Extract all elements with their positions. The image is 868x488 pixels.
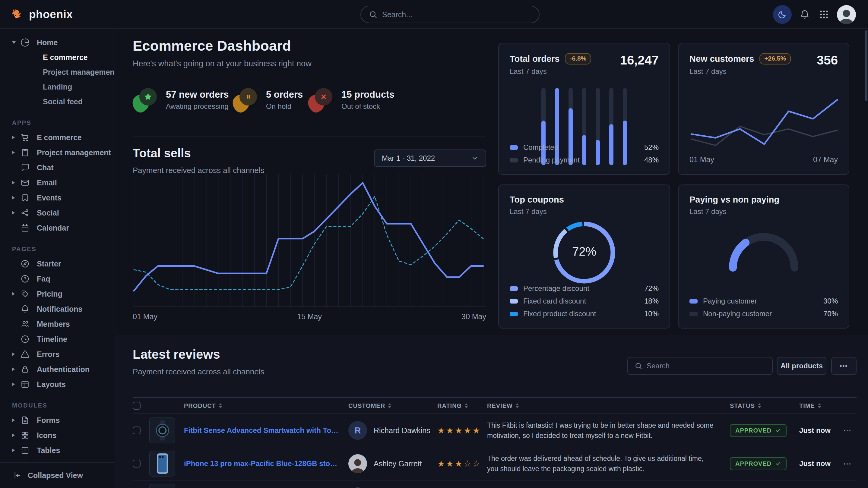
x-label-mid: 15 May bbox=[297, 312, 322, 321]
caret-right-icon bbox=[12, 433, 21, 437]
sidebar-item-chat[interactable]: Chat bbox=[0, 160, 115, 175]
column-header-rating[interactable]: RATING bbox=[437, 402, 487, 409]
user-avatar[interactable] bbox=[837, 5, 856, 24]
product-link[interactable]: iPhone 13 pro max-Pacific Blue-128GB sto… bbox=[184, 459, 348, 468]
sidebar-item-events[interactable]: Events bbox=[0, 190, 115, 205]
users-icon bbox=[21, 320, 30, 329]
search-input[interactable] bbox=[382, 10, 531, 19]
row-menu-button[interactable]: ⋯ bbox=[843, 459, 857, 469]
date-range-select[interactable]: Mar 1 - 31, 2022 bbox=[374, 150, 486, 167]
sidebar-item-timeline[interactable]: Timeline bbox=[0, 331, 115, 347]
pie-chart-icon bbox=[21, 38, 30, 47]
sidebar-item-starter[interactable]: Starter bbox=[0, 256, 115, 271]
column-header-time[interactable]: TIME bbox=[799, 402, 843, 409]
sidebar-item-calendar[interactable]: Calendar bbox=[0, 220, 115, 235]
product-link[interactable]: Fitbit Sense Advanced Smartwatch with To… bbox=[184, 426, 348, 435]
tag-icon bbox=[21, 289, 30, 298]
reviews-search[interactable] bbox=[627, 357, 773, 375]
product-image[interactable] bbox=[149, 451, 175, 477]
reviews-search-input[interactable] bbox=[647, 362, 766, 370]
global-search[interactable] bbox=[361, 6, 539, 23]
brand-logo[interactable]: phoenix bbox=[11, 0, 73, 29]
donut-center-label: 72% bbox=[572, 245, 596, 258]
share-icon bbox=[21, 208, 30, 217]
sidebar-item-label: Authentication bbox=[37, 365, 90, 374]
coupons-legend-fixed-card-discount: Fixed card discount18% bbox=[510, 295, 659, 307]
product-image[interactable] bbox=[149, 418, 175, 444]
row-checkbox[interactable] bbox=[133, 460, 141, 467]
column-header-product[interactable]: PRODUCT bbox=[184, 402, 348, 409]
notifications-button[interactable] bbox=[798, 8, 811, 21]
card-subtitle: Last 7 days bbox=[510, 207, 659, 216]
paying-gauge-chart bbox=[724, 228, 803, 273]
customer-avatar[interactable]: R bbox=[348, 421, 367, 440]
bell-icon bbox=[800, 9, 810, 20]
phoenix-flame-icon bbox=[11, 7, 25, 22]
customer-avatar[interactable] bbox=[348, 454, 367, 473]
sidebar-subitem-social-feed[interactable]: Social feed bbox=[0, 94, 115, 109]
select-all-checkbox[interactable] bbox=[133, 402, 141, 410]
collapse-sidebar-button[interactable]: Collapsed View bbox=[0, 462, 115, 488]
column-header-review[interactable]: REVIEW bbox=[487, 402, 730, 409]
collapse-icon bbox=[13, 471, 22, 480]
all-products-filter-button[interactable]: All products bbox=[777, 357, 826, 375]
row-checkbox[interactable] bbox=[133, 426, 141, 434]
x-label-end: 30 May bbox=[461, 312, 486, 321]
search-icon bbox=[634, 362, 642, 370]
sidebar-item-label: Chat bbox=[37, 163, 54, 172]
theme-toggle-button[interactable] bbox=[773, 5, 792, 24]
card-title: Paying vs non paying bbox=[689, 195, 838, 205]
brand-name: phoenix bbox=[29, 8, 73, 21]
caret-right-icon bbox=[12, 196, 21, 199]
sidebar-item-members[interactable]: Members bbox=[0, 317, 115, 331]
sidebar-item-forms[interactable]: Forms bbox=[0, 413, 115, 428]
page-title: Ecommerce Dashboard bbox=[133, 37, 291, 54]
latest-reviews-title: Latest reviews bbox=[133, 347, 220, 362]
sidebar-item-pricing[interactable]: Pricing bbox=[0, 286, 115, 301]
apps-menu-button[interactable] bbox=[818, 8, 830, 21]
review-table-row: Fitbit Sense Advanced Smartwatch with To… bbox=[133, 414, 857, 447]
divider bbox=[133, 136, 486, 137]
page-scrollbar[interactable] bbox=[865, 30, 867, 101]
collapse-label: Collapsed View bbox=[28, 471, 83, 480]
sidebar-item-layouts[interactable]: Layouts bbox=[0, 377, 115, 392]
sidebar-item-email[interactable]: Email bbox=[0, 175, 115, 190]
sidebar-item-errors[interactable]: Errors bbox=[0, 347, 115, 362]
card-title: New customers bbox=[689, 54, 754, 64]
sidebar-item-social[interactable]: Social bbox=[0, 205, 115, 220]
column-header-status[interactable]: STATUS bbox=[730, 402, 799, 409]
reviews-more-button[interactable]: ⋯ bbox=[831, 357, 857, 375]
sidebar-item-notifications[interactable]: Notifications bbox=[0, 301, 115, 317]
caret-right-icon bbox=[12, 181, 21, 185]
cart-icon bbox=[21, 133, 30, 142]
review-text: The order was delivered ahead of schedul… bbox=[487, 453, 730, 474]
stat-label: On hold bbox=[266, 102, 303, 110]
orders-legend-pending-payment: Pending payment48% bbox=[510, 154, 659, 166]
caret-right-icon bbox=[12, 151, 21, 154]
sidebar-item-tables[interactable]: Tables bbox=[0, 443, 115, 458]
sidebar-item-icons[interactable]: Icons bbox=[0, 428, 115, 443]
sidebar-subitem-e-commerce[interactable]: E commerce bbox=[0, 50, 115, 65]
stat-out-of-stock: 15 productsOut of stock bbox=[308, 88, 395, 113]
star-stat-icon bbox=[133, 88, 157, 113]
column-header-customer[interactable]: CUSTOMER bbox=[348, 402, 437, 409]
sidebar-item-label: Notifications bbox=[37, 305, 82, 314]
product-image[interactable] bbox=[149, 484, 175, 488]
sidebar-item-components[interactable]: Components bbox=[0, 458, 115, 461]
sidebar-item-project-management[interactable]: Project management bbox=[0, 145, 115, 160]
sidebar-item-home[interactable]: Home bbox=[0, 35, 115, 50]
sidebar-item-label: Errors bbox=[37, 350, 59, 359]
top-coupons-card: Top coupons Last 7 days 72% Percentage d… bbox=[498, 185, 670, 329]
clipboard-icon bbox=[21, 148, 30, 157]
sidebar-subitem-project-management[interactable]: Project management bbox=[0, 65, 115, 79]
sidebar-item-faq[interactable]: Faq bbox=[0, 271, 115, 286]
sort-icon bbox=[818, 403, 821, 408]
lock-icon bbox=[21, 365, 30, 374]
sidebar-item-label: E commerce bbox=[37, 133, 82, 142]
sort-icon bbox=[219, 403, 222, 408]
sidebar-item-label: Calendar bbox=[37, 224, 69, 232]
row-menu-button[interactable]: ⋯ bbox=[843, 426, 857, 435]
sidebar-item-authentication[interactable]: Authentication bbox=[0, 362, 115, 377]
sidebar-item-e-commerce[interactable]: E commerce bbox=[0, 130, 115, 145]
sidebar-subitem-landing[interactable]: Landing bbox=[0, 79, 115, 94]
